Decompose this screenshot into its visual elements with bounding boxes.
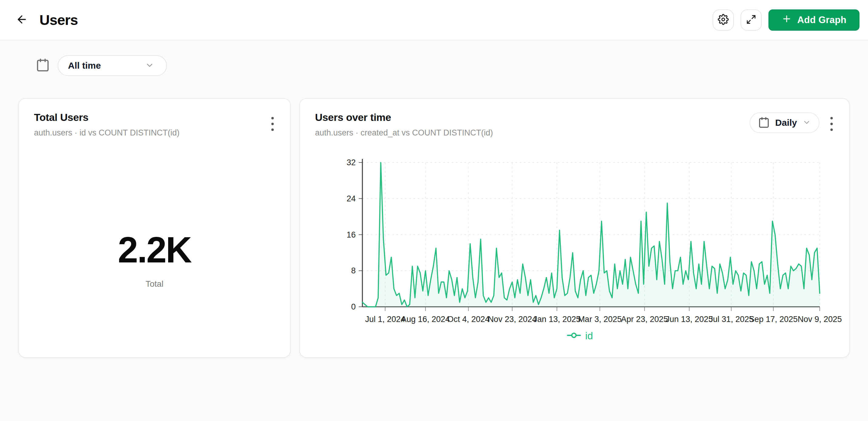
time-range-select[interactable]: All time	[58, 55, 167, 76]
legend-label: id	[585, 330, 593, 342]
chart-canvas[interactable]: 08162432Jul 1, 2024Aug 16, 2024Oct 4, 20…	[336, 152, 845, 324]
svg-text:Jun 13, 2025: Jun 13, 2025	[665, 315, 713, 324]
chart-legend-item[interactable]: id	[336, 330, 824, 342]
dashboard-grid: Total Users auth.users · id vs COUNT DIS…	[18, 98, 850, 358]
time-range-value: All time	[68, 60, 145, 71]
total-users-card: Total Users auth.users · id vs COUNT DIS…	[18, 98, 291, 358]
svg-text:Jan 13, 2025: Jan 13, 2025	[533, 315, 581, 324]
svg-text:Apr 23, 2025: Apr 23, 2025	[621, 315, 668, 324]
add-graph-button[interactable]: Add Graph	[769, 9, 860, 31]
calendar-icon	[36, 58, 50, 73]
card-subtitle: auth.users · created_at vs COUNT DISTINC…	[315, 128, 493, 138]
svg-text:16: 16	[347, 230, 356, 240]
svg-text:Oct 4, 2024: Oct 4, 2024	[447, 315, 490, 324]
svg-text:8: 8	[351, 266, 356, 275]
stat-caption: Total	[19, 279, 290, 289]
filter-bar: All time	[0, 55, 868, 76]
total-users-card-header: Total Users auth.users · id vs COUNT DIS…	[19, 99, 290, 138]
card-title: Total Users	[34, 111, 180, 123]
svg-text:Jul 31, 2025: Jul 31, 2025	[709, 315, 753, 324]
svg-text:Nov 9, 2025: Nov 9, 2025	[798, 315, 842, 324]
gear-icon	[718, 14, 729, 26]
chevron-down-icon	[145, 61, 154, 71]
svg-text:24: 24	[347, 194, 356, 203]
svg-text:Sep 17, 2025: Sep 17, 2025	[749, 315, 798, 324]
legend-marker-icon	[567, 332, 581, 340]
svg-text:Nov 23, 2024: Nov 23, 2024	[488, 315, 536, 324]
kebab-icon	[830, 117, 833, 119]
line-chart[interactable]: 08162432Jul 1, 2024Aug 16, 2024Oct 4, 20…	[336, 152, 845, 324]
card-menu-button[interactable]	[267, 114, 278, 134]
granularity-select[interactable]: Daily	[750, 112, 819, 133]
svg-text:Jul 1, 2024: Jul 1, 2024	[365, 315, 405, 324]
back-button[interactable]	[12, 10, 32, 30]
settings-button[interactable]	[713, 9, 734, 31]
card-title: Users over time	[315, 111, 493, 123]
header-actions: Add Graph	[713, 9, 860, 31]
card-menu-button[interactable]	[826, 114, 837, 134]
kebab-icon	[271, 117, 274, 119]
card-subtitle: auth.users · id vs COUNT DISTINCT(id)	[34, 128, 180, 138]
header: Users Add Graph	[0, 0, 868, 40]
svg-text:32: 32	[347, 158, 356, 167]
card-controls: Daily	[750, 111, 837, 134]
chevron-down-icon	[802, 118, 811, 128]
arrow-left-icon	[16, 13, 28, 26]
calendar-icon	[758, 117, 770, 129]
users-over-time-card-header: Users over time auth.users · created_at …	[300, 99, 849, 138]
svg-text:0: 0	[351, 302, 356, 311]
stat-value: 2.2K	[19, 229, 290, 271]
expand-icon	[746, 14, 756, 26]
users-over-time-card: Users over time auth.users · created_at …	[299, 98, 850, 358]
granularity-value: Daily	[775, 117, 797, 128]
add-graph-label: Add Graph	[797, 15, 846, 26]
stat-block: 2.2K Total	[19, 229, 290, 289]
svg-text:Aug 16, 2024: Aug 16, 2024	[401, 315, 450, 324]
expand-button[interactable]	[741, 9, 762, 31]
page-title: Users	[39, 11, 78, 28]
plus-icon	[781, 14, 792, 26]
svg-text:Mar 3, 2025: Mar 3, 2025	[578, 315, 622, 324]
